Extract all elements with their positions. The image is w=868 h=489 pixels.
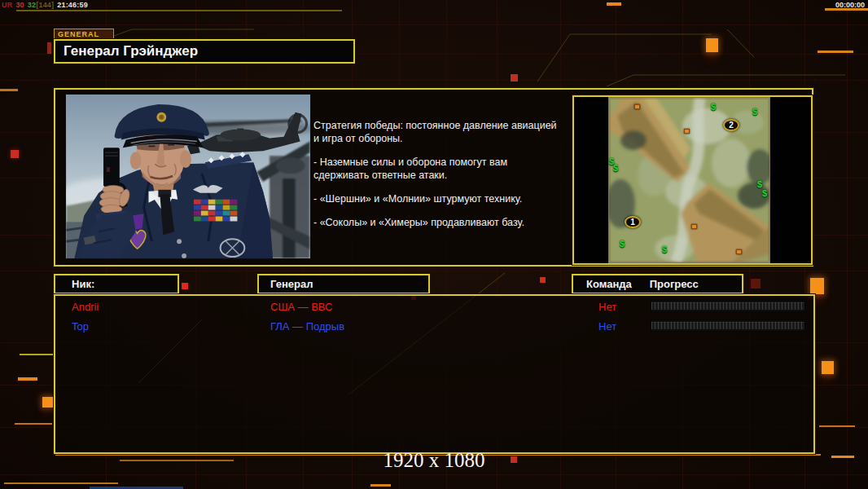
minimap-preview[interactable]: 1 2 $ $ $ $ $ $ $ $ bbox=[572, 95, 813, 265]
circuit-line bbox=[15, 423, 52, 425]
grid-line bbox=[0, 474, 868, 475]
accent-square bbox=[42, 397, 53, 408]
circuit-line bbox=[0, 89, 18, 91]
money-icon: $ bbox=[620, 240, 625, 248]
general-title: Генерал Грэйнджер bbox=[54, 39, 355, 64]
player-name[interactable]: Andrii bbox=[72, 301, 99, 313]
accent-square bbox=[511, 74, 518, 82]
general-info-panel: Стратегия победы: постоянное давление ав… bbox=[54, 88, 813, 267]
briefing-paragraph: Стратегия победы: постоянное давление ав… bbox=[313, 119, 578, 145]
circuit-line bbox=[818, 51, 853, 53]
accent-square bbox=[822, 361, 834, 374]
money-icon: $ bbox=[711, 103, 716, 111]
column-label: Команда bbox=[586, 278, 632, 290]
accent-square bbox=[540, 277, 546, 283]
accent-square bbox=[751, 279, 761, 289]
circuit-line bbox=[18, 377, 37, 381]
progress-bar bbox=[651, 320, 804, 331]
briefing-paragraph: - «Шершни» и «Молнии» штурмуют технику. bbox=[313, 192, 578, 205]
briefing-text: Стратегия победы: постоянное давление ав… bbox=[313, 119, 578, 240]
column-header-general: Генерал bbox=[257, 274, 430, 294]
debug-segment: 32 bbox=[28, 1, 36, 9]
screen: UR3032[144]21:46:59 00:00:00 GENERAL Ген… bbox=[0, 0, 868, 489]
start-position-marker: 1 bbox=[625, 216, 641, 228]
debug-segment: 21:46:59 bbox=[57, 1, 88, 9]
start-position-marker: 2 bbox=[723, 119, 739, 131]
supply-dot-icon bbox=[736, 249, 742, 254]
player-list-panel: Andrii США — ВВС Нет Top ГЛА — Подрыв Не… bbox=[54, 294, 815, 454]
general-portrait bbox=[65, 94, 311, 259]
marker-label: 1 bbox=[630, 218, 635, 227]
grid-line bbox=[847, 0, 848, 489]
supply-dot-icon bbox=[684, 129, 690, 134]
money-icon: $ bbox=[757, 180, 762, 188]
grid-line bbox=[0, 80, 868, 81]
progress-bar bbox=[651, 301, 804, 311]
player-row[interactable]: Andrii США — ВВС Нет bbox=[55, 299, 813, 315]
column-label: Генерал bbox=[270, 278, 313, 290]
player-name[interactable]: Top bbox=[72, 320, 89, 333]
player-team-select[interactable]: Нет bbox=[598, 301, 616, 313]
debug-segment: 30 bbox=[15, 1, 24, 9]
debug-readout: UR3032[144]21:46:59 bbox=[2, 1, 91, 9]
accent-square bbox=[182, 283, 188, 289]
marker-label: 2 bbox=[729, 121, 734, 130]
supply-dot-icon bbox=[691, 224, 697, 229]
circuit-line bbox=[819, 425, 855, 427]
general-title-text: Генерал Грэйнджер bbox=[64, 43, 198, 59]
circuit-line bbox=[16, 10, 342, 11]
circuit-line bbox=[370, 484, 391, 487]
debug-segment: UR bbox=[2, 1, 12, 9]
column-label: Ник: bbox=[72, 278, 94, 290]
accent-square bbox=[810, 278, 824, 294]
player-team-select[interactable]: Нет bbox=[598, 320, 616, 333]
money-icon: $ bbox=[762, 189, 767, 197]
briefing-paragraph: - «Соколы» и «Химеры» продавливают базу. bbox=[313, 216, 578, 229]
grid-line bbox=[0, 24, 868, 25]
accent-square bbox=[706, 38, 718, 52]
player-row[interactable]: Top ГЛА — Подрыв Нет bbox=[55, 319, 813, 335]
circuit-line bbox=[607, 2, 621, 6]
money-icon: $ bbox=[662, 245, 667, 253]
resolution-label: 1920 x 1080 bbox=[0, 449, 868, 472]
match-timer: 00:00:00 bbox=[835, 1, 865, 9]
minimap-terrain: 1 2 $ $ $ $ $ $ $ $ bbox=[609, 98, 769, 262]
briefing-paragraph: - Наземные силы и оборона помогут вам сд… bbox=[313, 156, 578, 182]
grid-line bbox=[0, 271, 868, 271]
circuit-line bbox=[4, 482, 118, 484]
player-general-select[interactable]: ГЛА — Подрыв bbox=[270, 320, 344, 333]
column-label: Прогресс bbox=[650, 278, 699, 290]
column-header-team-progress: Команда Прогресс bbox=[572, 274, 743, 294]
accent-square bbox=[11, 150, 19, 158]
column-header-nick: Ник: bbox=[54, 274, 179, 294]
money-icon: $ bbox=[613, 164, 618, 172]
circuit-line bbox=[20, 354, 54, 355]
supply-dot-icon bbox=[634, 104, 640, 109]
circuit-tick bbox=[47, 42, 51, 54]
player-general-select[interactable]: США — ВВС bbox=[270, 301, 333, 313]
money-icon: $ bbox=[752, 108, 757, 116]
debug-segment: [144] bbox=[36, 1, 54, 9]
tab-general: GENERAL bbox=[54, 29, 114, 39]
